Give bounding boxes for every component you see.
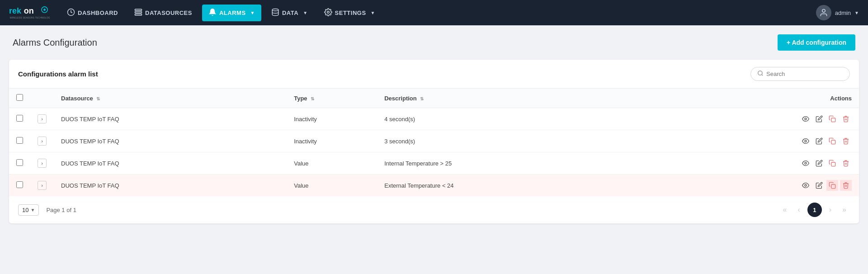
select-all-cell: [9, 89, 30, 108]
col-type[interactable]: Type ⇅: [287, 89, 377, 108]
page-header: Alarms Configuration + Add configuration: [0, 25, 868, 60]
svg-point-11: [822, 9, 825, 13]
nav-item-dashboard[interactable]: DASHBOARD: [61, 5, 124, 21]
search-icon: [757, 70, 764, 78]
row-type-2: Value: [287, 152, 377, 175]
row-expander-btn-3[interactable]: ›: [38, 181, 47, 190]
table-body: › DUOS TEMP IoT FAQ Inactivity 4 second(…: [9, 108, 859, 197]
svg-point-20: [805, 184, 807, 186]
row-expander-cell-2: ›: [30, 152, 54, 175]
copy-button-3[interactable]: [826, 180, 838, 191]
row-expander-cell-0: ›: [30, 108, 54, 130]
card-header: Configurations alarm list: [9, 60, 859, 89]
svg-point-16: [805, 140, 807, 142]
row-description-2: Internal Temperature > 25: [377, 152, 646, 175]
type-sort-icon: ⇅: [311, 96, 314, 101]
row-datasource-3: DUOS TEMP IoT FAQ: [54, 175, 287, 197]
nav-item-alarms[interactable]: ALARMS ▼: [202, 5, 261, 21]
nav-item-datasources[interactable]: DATASOURCES: [128, 5, 198, 21]
edit-button-3[interactable]: [813, 180, 825, 191]
data-icon: [271, 8, 279, 18]
description-sort-icon: ⇅: [420, 96, 424, 101]
nav-dashboard-label: DASHBOARD: [78, 9, 118, 16]
copy-button-0[interactable]: [826, 113, 838, 124]
table-row: › DUOS TEMP IoT FAQ Value External Tempe…: [9, 175, 859, 197]
per-page-value: 10: [22, 207, 28, 213]
row-checkbox-1[interactable]: [16, 137, 23, 144]
delete-button-0[interactable]: [840, 113, 852, 124]
col-datasource[interactable]: Datasource ⇅: [54, 89, 287, 108]
first-page-button[interactable]: «: [779, 204, 791, 216]
view-button-3[interactable]: [800, 180, 811, 191]
svg-line-13: [762, 75, 763, 76]
add-configuration-button[interactable]: + Add configuration: [778, 34, 855, 51]
prev-page-button[interactable]: ‹: [794, 204, 803, 216]
row-datasource-2: DUOS TEMP IoT FAQ: [54, 152, 287, 175]
view-button-1[interactable]: [800, 136, 811, 146]
logo[interactable]: rek on WIRELESS SENSORS TECHNOLOGY: [9, 5, 50, 21]
row-expander-btn-1[interactable]: ›: [38, 137, 47, 146]
edit-button-2[interactable]: [813, 158, 825, 169]
row-checkbox-cell-2: [9, 152, 30, 175]
nav-item-data[interactable]: DATA ▼: [265, 5, 314, 21]
row-checkbox-cell-1: [9, 130, 30, 152]
row-checkbox-2[interactable]: [16, 159, 23, 166]
svg-point-14: [805, 118, 807, 120]
row-description-1: 3 second(s): [377, 130, 646, 152]
settings-icon: [324, 8, 332, 18]
svg-point-12: [758, 71, 762, 75]
datasource-sort-icon: ⇅: [96, 96, 100, 101]
svg-text:on: on: [24, 6, 34, 15]
navbar: rek on WIRELESS SENSORS TECHNOLOGY DASHB…: [0, 0, 868, 25]
per-page-select[interactable]: 10 ▼: [18, 204, 39, 216]
search-input[interactable]: [766, 71, 839, 77]
delete-button-2[interactable]: [840, 158, 852, 169]
svg-point-10: [327, 11, 329, 13]
edit-button-1[interactable]: [813, 136, 825, 146]
current-page-button[interactable]: 1: [807, 203, 822, 217]
select-all-checkbox[interactable]: [16, 94, 23, 101]
delete-button-3[interactable]: [840, 180, 852, 191]
search-box[interactable]: [750, 67, 850, 81]
col-description[interactable]: Description ⇅: [377, 89, 646, 108]
row-expander-cell-1: ›: [30, 130, 54, 152]
row-checkbox-3[interactable]: [16, 181, 23, 188]
col-expander: [30, 89, 54, 108]
delete-button-1[interactable]: [840, 136, 852, 146]
row-datasource-0: DUOS TEMP IoT FAQ: [54, 108, 287, 130]
row-checkbox-0[interactable]: [16, 115, 23, 122]
avatar: [816, 5, 831, 20]
nav-alarms-label: ALARMS: [219, 9, 246, 16]
view-button-2[interactable]: [800, 158, 811, 169]
svg-point-18: [805, 162, 807, 164]
last-page-button[interactable]: »: [839, 204, 850, 216]
edit-button-0[interactable]: [813, 113, 825, 124]
row-expander-btn-0[interactable]: ›: [38, 114, 47, 123]
svg-text:WIRELESS SENSORS TECHNOLOGY: WIRELESS SENSORS TECHNOLOGY: [10, 17, 50, 19]
next-page-button[interactable]: ›: [826, 204, 835, 216]
settings-dropdown-arrow: ▼: [371, 10, 375, 15]
row-actions-0: [646, 108, 859, 130]
svg-text:rek: rek: [9, 6, 22, 15]
nav-user[interactable]: admin ▼: [816, 5, 859, 20]
row-description-3: External Temperature < 24: [377, 175, 646, 197]
pagination-bar: 10 ▼ Page 1 of 1 « ‹ 1 › »: [9, 196, 859, 223]
table-row: › DUOS TEMP IoT FAQ Inactivity 3 second(…: [9, 130, 859, 152]
alarms-table: Datasource ⇅ Type ⇅ Description ⇅ Action…: [9, 89, 859, 196]
copy-button-2[interactable]: [826, 158, 838, 169]
svg-rect-6: [135, 9, 142, 10]
svg-rect-8: [135, 14, 142, 15]
svg-rect-21: [831, 184, 835, 189]
table-row: › DUOS TEMP IoT FAQ Inactivity 4 second(…: [9, 108, 859, 130]
row-expander-btn-2[interactable]: ›: [38, 159, 47, 168]
nav-datasources-label: DATASOURCES: [145, 9, 192, 16]
row-type-0: Inactivity: [287, 108, 377, 130]
row-datasource-1: DUOS TEMP IoT FAQ: [54, 130, 287, 152]
user-label: admin: [835, 9, 851, 16]
alarms-config-card: Configurations alarm list Datasource ⇅: [9, 60, 859, 223]
row-checkbox-cell-3: [9, 175, 30, 197]
view-button-0[interactable]: [800, 113, 811, 124]
col-actions: Actions: [646, 89, 859, 108]
nav-item-settings[interactable]: SETTINGS ▼: [318, 5, 382, 21]
copy-button-1[interactable]: [826, 136, 838, 146]
